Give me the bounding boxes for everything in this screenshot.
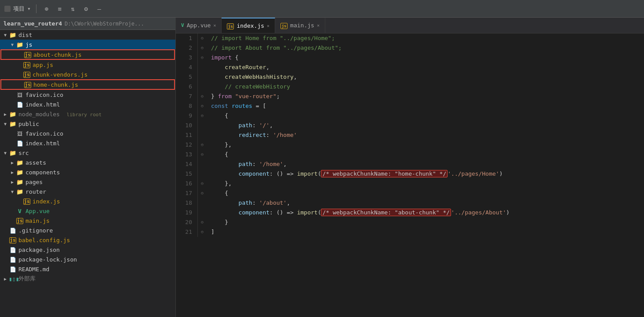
arrow-pages: ▶ — [9, 180, 16, 184]
tree-item-home-chunk[interactable]: ▶ js home-chunk.js — [1, 80, 175, 89]
line-num-13: 13 — [176, 150, 198, 159]
toolbar-add-btn[interactable]: ⊕ — [42, 4, 51, 14]
gutter-4 — [198, 63, 207, 72]
tree-item-gitignore[interactable]: ▶ 📄 .gitignore — [0, 225, 175, 235]
code-line-21: 21 ⊖ ] — [176, 227, 644, 237]
line-num-3: 3 — [176, 53, 198, 63]
line-num-4: 4 — [176, 63, 198, 72]
tree-item-package-lock[interactable]: ▶ 📄 package-lock.json — [0, 254, 175, 264]
tree-label-main-js: main.js — [25, 217, 173, 224]
line-num-7: 7 — [176, 92, 198, 101]
tree-item-chunk-vendors[interactable]: ▶ js chunk-vendors.js — [0, 70, 175, 79]
tree-item-main-js[interactable]: ▶ js main.js — [0, 216, 175, 225]
code-line-7: 7 ⊖ } from "vue-router"; — [176, 92, 644, 101]
code-line-12: 12 ⊖ }, — [176, 140, 644, 150]
line-content-20: } — [207, 217, 644, 227]
tree-item-router-index[interactable]: ▶ js index.js — [0, 196, 175, 206]
tree-item-router[interactable]: ▼ 📁 router — [0, 187, 175, 196]
tree-label-gitignore: .gitignore — [18, 227, 173, 234]
tab-close-main-js[interactable]: ✕ — [317, 23, 320, 28]
gutter-12[interactable]: ⊖ — [198, 140, 207, 150]
tree-item-pages[interactable]: ▶ 📁 pages — [0, 177, 175, 187]
line-content-7: } from "vue-router"; — [207, 92, 644, 101]
tree-item-babel[interactable]: ▶ js babel.config.js — [0, 235, 175, 245]
tree-item-about-chunk[interactable]: ▶ js about-chunk.js — [1, 50, 175, 59]
gutter-3[interactable]: ⊖ — [198, 53, 207, 63]
tree-label-app-vue: App.vue — [25, 208, 173, 214]
tree-item-js[interactable]: ▼ 📁 js — [0, 40, 175, 49]
arrow-node-modules: ▶ — [2, 112, 9, 117]
tree-label-js: js — [25, 41, 173, 48]
tree-item-ext-lib[interactable]: ▶ ▮▯▮ 外部库 — [0, 274, 175, 284]
code-line-14: 14 path: '/home', — [176, 159, 644, 169]
js-tab-icon-main: js — [280, 22, 287, 29]
tree-item-components[interactable]: ▶ 📁 components — [0, 167, 175, 177]
tab-close-app-vue[interactable]: ✕ — [213, 23, 216, 28]
tree-label-router: router — [25, 188, 173, 195]
tree-label-package-lock: package-lock.json — [18, 256, 173, 263]
tree-item-readme[interactable]: ▶ 📄 README.md — [0, 264, 175, 274]
tree-item-app-vue[interactable]: ▶ V App.vue — [0, 206, 175, 216]
code-editor[interactable]: 1 ⊖ // import Home from "../pages/Home";… — [176, 33, 644, 317]
line-num-5: 5 — [176, 72, 198, 82]
tree-item-pub-index[interactable]: ▶ 📄 index.html — [0, 138, 175, 148]
tree-item-index-dist[interactable]: ▶ 📄 index.html — [0, 100, 175, 109]
line-num-1: 1 — [176, 33, 198, 43]
toolbar-collapse-btn[interactable]: — — [95, 4, 104, 14]
tree-item-appjs[interactable]: ▶ js app.js — [0, 60, 175, 70]
gutter-2[interactable]: ⊖ — [198, 43, 207, 53]
js-icon-home-chunk: js — [24, 81, 32, 88]
code-line-15: 15 component: () => import(/* webpackChu… — [176, 169, 644, 179]
line-content-17: { — [207, 188, 644, 198]
tab-main-js[interactable]: js main.js ✕ — [275, 18, 325, 33]
line-num-12: 12 — [176, 140, 198, 150]
gutter-9[interactable]: ⊖ — [198, 111, 207, 121]
tree-item-pub-favicon[interactable]: ▶ 🖼 favicon.ico — [0, 129, 175, 138]
line-content-11: redirect: '/home' — [207, 130, 644, 140]
gutter-13[interactable]: ⊖ — [198, 150, 207, 159]
tab-app-vue[interactable]: V App.vue ✕ — [176, 18, 222, 33]
code-line-5: 5 createWebHashHistory, — [176, 72, 644, 82]
code-line-20: 20 ⊖ } — [176, 217, 644, 227]
gutter-19 — [198, 208, 207, 217]
gutter-16[interactable]: ⊖ — [198, 179, 207, 188]
toolbar-sort-btn[interactable]: ⇅ — [68, 4, 78, 14]
tree-item-src[interactable]: ▼ 📁 src — [0, 148, 175, 158]
tree-label-src: src — [18, 150, 173, 156]
gutter-7[interactable]: ⊖ — [198, 92, 207, 101]
dropdown-icon[interactable]: ▾ — [27, 5, 31, 12]
tree-item-favicon-dist[interactable]: ▶ 🖼 favicon.ico — [0, 90, 175, 100]
gutter-20[interactable]: ⊖ — [198, 217, 207, 227]
editor-area: V App.vue ✕ js index.js ✕ js main.js ✕ 1 — [176, 18, 644, 317]
code-line-6: 6 // createWebHistory — [176, 82, 644, 92]
tree-label-favicon-dist: favicon.ico — [25, 92, 173, 98]
folder-icon-src: 📁 — [9, 150, 17, 156]
line-content-5: createWebHashHistory, — [207, 72, 644, 82]
gutter-11 — [198, 130, 207, 140]
code-lines: 1 ⊖ // import Home from "../pages/Home";… — [176, 33, 644, 237]
tab-close-index-js[interactable]: ✕ — [267, 23, 269, 28]
folder-icon-public: 📁 — [9, 121, 17, 127]
gutter-17[interactable]: ⊖ — [198, 188, 207, 198]
toolbar-settings-btn[interactable]: ⚙ — [81, 4, 91, 14]
code-line-4: 4 createRouter, — [176, 63, 644, 72]
tab-index-js[interactable]: js index.js ✕ — [222, 18, 275, 33]
gutter-6 — [198, 82, 207, 92]
gutter-1[interactable]: ⊖ — [198, 33, 207, 43]
toolbar-list-btn[interactable]: ≡ — [55, 4, 65, 14]
tab-label-main-js: main.js — [290, 22, 314, 29]
tab-bar: V App.vue ✕ js index.js ✕ js main.js ✕ — [176, 18, 644, 33]
line-content-15: component: () => import(/* webpackChunkN… — [207, 169, 644, 179]
tree-item-package-json[interactable]: ▶ 📄 package.json — [0, 245, 175, 254]
tree-item-assets[interactable]: ▶ 📁 assets — [0, 158, 175, 167]
tree-label-home-chunk: home-chunk.js — [33, 81, 172, 88]
gutter-21[interactable]: ⊖ — [198, 227, 207, 237]
tree-item-dist[interactable]: ▼ 📁 dist — [0, 30, 175, 40]
tree-item-public[interactable]: ▼ 📁 public — [0, 119, 175, 129]
line-content-2: // import About from "../pages/About"; — [207, 43, 644, 53]
line-content-8: const routes = [ — [207, 101, 644, 111]
gutter-8[interactable]: ⊖ — [198, 101, 207, 111]
line-content-13: { — [207, 150, 644, 159]
tree-item-node-modules[interactable]: ▶ 📁 node_modules library root — [0, 109, 175, 119]
toolbar-separator — [36, 4, 36, 13]
